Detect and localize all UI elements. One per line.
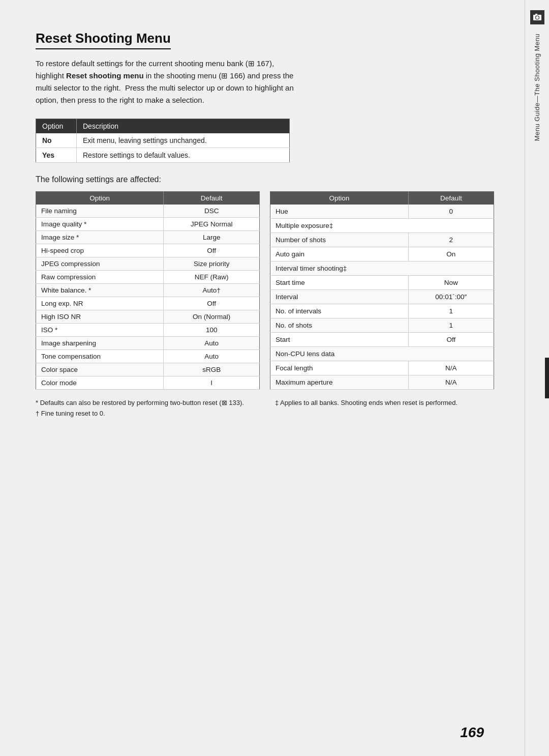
- table-row: White balance. * Auto†: [36, 284, 260, 297]
- table-row: Yes Restore settings to default values.: [36, 148, 290, 163]
- table-row: Focal length N/A: [270, 361, 494, 375]
- table-row-section: Non-CPU lens data: [270, 346, 494, 361]
- left-row-option: Long exp. NR: [36, 297, 164, 310]
- right-row-option: Focal length: [270, 361, 409, 375]
- left-row-default: 100: [164, 324, 260, 337]
- table-row-section: Multiple exposure‡: [270, 218, 494, 232]
- right-row-default: 1: [408, 318, 494, 332]
- table-row: Number of shots 2: [270, 232, 494, 247]
- left-row-default: NEF (Raw): [164, 271, 260, 284]
- option-yes: Yes: [36, 148, 77, 163]
- right-row-option: Start time: [270, 275, 409, 289]
- table-row: Interval 00:01´:00″: [270, 289, 494, 304]
- section-interval-timer: Interval timer shooting‡: [270, 261, 494, 275]
- right-row-option: Interval: [270, 289, 409, 304]
- table-row: Color mode I: [36, 376, 260, 390]
- footnote-left: * Defaults can also be restored by perfo…: [36, 398, 255, 419]
- right-row-option: No. of intervals: [270, 304, 409, 318]
- right-row-default: 1: [408, 304, 494, 318]
- left-row-default: On (Normal): [164, 310, 260, 324]
- left-row-option: Image size *: [36, 231, 164, 244]
- description-header: Description: [77, 119, 290, 134]
- page-title: Reset Shooting Menu: [36, 31, 171, 49]
- left-row-default: Auto†: [164, 284, 260, 297]
- footnote-line1: * Defaults can also be restored by perfo…: [36, 398, 255, 409]
- option-no-desc: Exit menu, leaving settings unchanged.: [77, 133, 290, 148]
- sidebar: Menu Guide—The Shooting Menu: [525, 0, 549, 756]
- right-row-default: N/A: [408, 375, 494, 389]
- table-row: Hue 0: [270, 205, 494, 218]
- right-row-default: 2: [408, 232, 494, 247]
- left-row-default: Large: [164, 231, 260, 244]
- left-row-option: Image sharpening: [36, 337, 164, 350]
- table-row: Start Off: [270, 332, 494, 346]
- right-row-option: Hue: [270, 205, 409, 218]
- footnote-line2: † Fine tuning reset to 0.: [36, 409, 255, 419]
- option-no: No: [36, 133, 77, 148]
- intro-paragraph: To restore default settings for the curr…: [36, 57, 300, 106]
- table-row: Image size * Large: [36, 231, 260, 244]
- table-row: Hi-speed crop Off: [36, 244, 260, 257]
- table-row: Image quality * JPEG Normal: [36, 218, 260, 231]
- left-row-default: Auto: [164, 337, 260, 350]
- left-row-default: Off: [164, 244, 260, 257]
- main-content: Reset Shooting Menu To restore default s…: [0, 0, 525, 756]
- table-row: No. of intervals 1: [270, 304, 494, 318]
- option-header: Option: [36, 119, 77, 134]
- left-row-option: Hi-speed crop: [36, 244, 164, 257]
- footnotes-row: * Defaults can also be restored by perfo…: [36, 398, 494, 419]
- right-default-header: Default: [408, 192, 494, 205]
- left-row-default: Auto: [164, 350, 260, 363]
- left-row-option: Color space: [36, 363, 164, 376]
- left-row-option: ISO *: [36, 324, 164, 337]
- section-non-cpu: Non-CPU lens data: [270, 346, 494, 361]
- left-row-option: White balance. *: [36, 284, 164, 297]
- table-row: Raw compression NEF (Raw): [36, 271, 260, 284]
- page-container: Reset Shooting Menu To restore default s…: [0, 0, 549, 756]
- svg-rect-2: [535, 14, 537, 15]
- left-settings-table: Option Default File naming DSC Image qua…: [36, 191, 260, 390]
- right-row-default: 00:01´:00″: [408, 289, 494, 304]
- right-row-default: On: [408, 247, 494, 261]
- option-yes-desc: Restore settings to default values.: [77, 148, 290, 163]
- table-row: ISO * 100: [36, 324, 260, 337]
- table-row: Tone compensation Auto: [36, 350, 260, 363]
- sidebar-accent-bar: [545, 358, 549, 398]
- camera-menu-icon: [530, 10, 544, 24]
- left-row-default: I: [164, 376, 260, 390]
- right-row-option: Start: [270, 332, 409, 346]
- table-row: Auto gain On: [270, 247, 494, 261]
- right-settings-table: Option Default Hue 0 Multiple exposure‡: [270, 191, 494, 390]
- left-row-default: DSC: [164, 205, 260, 218]
- affected-heading: The following settings are affected:: [36, 175, 494, 184]
- left-row-option: Raw compression: [36, 271, 164, 284]
- right-row-option: No. of shots: [270, 318, 409, 332]
- left-row-option: High ISO NR: [36, 310, 164, 324]
- right-row-option: Auto gain: [270, 247, 409, 261]
- page-number: 169: [460, 724, 484, 741]
- left-row-default: sRGB: [164, 363, 260, 376]
- table-row: Start time Now: [270, 275, 494, 289]
- table-row-section: Interval timer shooting‡: [270, 261, 494, 275]
- option-description-table: Option Description No Exit menu, leaving…: [36, 119, 290, 163]
- table-row: Long exp. NR Off: [36, 297, 260, 310]
- right-row-default: Off: [408, 332, 494, 346]
- right-row-default: Now: [408, 275, 494, 289]
- right-row-option: Number of shots: [270, 232, 409, 247]
- table-row: No. of shots 1: [270, 318, 494, 332]
- right-row-default: N/A: [408, 361, 494, 375]
- left-row-option: Color mode: [36, 376, 164, 390]
- sidebar-label: Menu Guide—The Shooting Menu: [533, 34, 541, 141]
- section-multiple-exposure: Multiple exposure‡: [270, 218, 494, 232]
- left-row-option: File naming: [36, 205, 164, 218]
- left-option-header: Option: [36, 192, 164, 205]
- left-row-default: Off: [164, 297, 260, 310]
- right-option-header: Option: [270, 192, 409, 205]
- left-default-header: Default: [164, 192, 260, 205]
- left-row-default: JPEG Normal: [164, 218, 260, 231]
- table-row: JPEG compression Size priority: [36, 257, 260, 271]
- left-row-default: Size priority: [164, 257, 260, 271]
- table-row: File naming DSC: [36, 205, 260, 218]
- table-row: No Exit menu, leaving settings unchanged…: [36, 133, 290, 148]
- left-row-option: Tone compensation: [36, 350, 164, 363]
